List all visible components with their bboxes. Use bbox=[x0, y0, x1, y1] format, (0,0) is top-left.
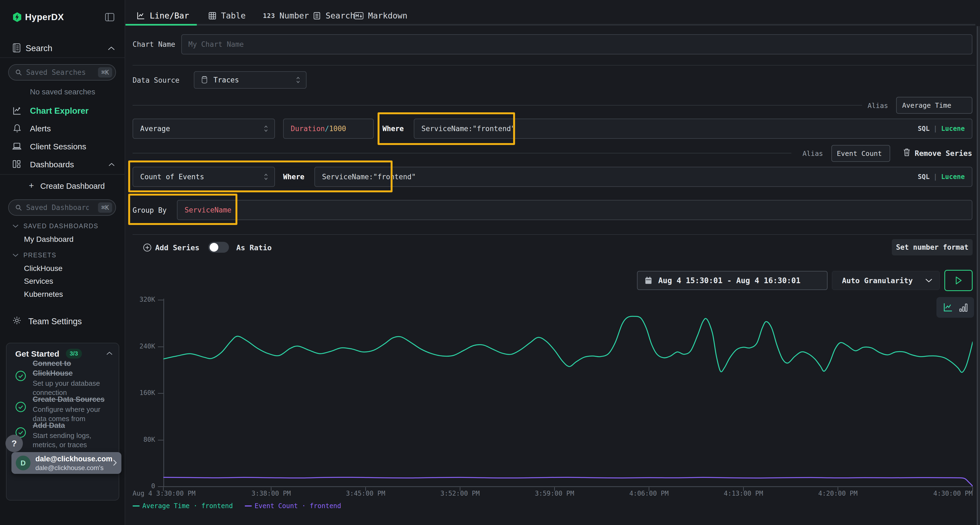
tab-search[interactable]: Search bbox=[312, 11, 355, 21]
series1-alias-input[interactable]: Average Time bbox=[896, 97, 972, 114]
sidebar-item-team-settings[interactable]: Team Settings bbox=[28, 317, 82, 327]
lucene-mode-button[interactable]: Lucene bbox=[941, 173, 965, 181]
series1-field-input[interactable]: Duration/1000 bbox=[283, 119, 374, 139]
series1-aggregation-value: Average bbox=[140, 125, 170, 133]
sidebar-item-my-dashboard[interactable]: My Dashboard bbox=[24, 235, 73, 244]
play-icon bbox=[955, 276, 963, 285]
search-section-icon bbox=[12, 43, 21, 53]
check-circle-icon bbox=[15, 401, 27, 413]
series2-aggregation-value: Count of Events bbox=[140, 173, 204, 181]
series1-alias-value: Average Time bbox=[902, 102, 951, 109]
legend-dash-icon bbox=[132, 505, 140, 506]
sidebar-item-client-sessions[interactable]: Client Sessions bbox=[30, 142, 86, 151]
sql-mode-button[interactable]: SQL bbox=[918, 173, 929, 181]
tab-markdown[interactable]: Markdown bbox=[354, 11, 407, 21]
get-started-card: Get Started 3/3 Connect to ClickHouse Se… bbox=[6, 343, 119, 501]
series2-alias-input[interactable]: Event Count bbox=[831, 145, 890, 162]
sidebar-section-search[interactable]: Search bbox=[25, 43, 52, 53]
saved-dashboards-field[interactable] bbox=[26, 203, 89, 212]
search-icon bbox=[15, 204, 22, 211]
group-by-label: Group By bbox=[132, 206, 167, 214]
tab-line-bar[interactable]: Line/Bar bbox=[136, 11, 189, 21]
sidebar-item-dashboards[interactable]: Dashboards bbox=[30, 160, 74, 169]
list-document-icon bbox=[312, 11, 321, 20]
data-source-select[interactable]: Traces bbox=[194, 71, 307, 89]
sidebar-item-alerts[interactable]: Alerts bbox=[30, 124, 51, 133]
chart-name-input[interactable] bbox=[181, 34, 972, 54]
saved-searches-field[interactable] bbox=[26, 68, 89, 76]
lucene-mode-button[interactable]: Lucene bbox=[941, 125, 965, 132]
section-saved-dashboards[interactable]: SAVED DASHBOARDS bbox=[24, 222, 99, 230]
chart-legend: Average Time · frontendEvent Count · fro… bbox=[132, 502, 341, 510]
sidebar-item-create-dashboard[interactable]: Create Dashboard bbox=[40, 182, 105, 191]
user-email: dale@clickhouse.com bbox=[35, 455, 113, 463]
select-chevrons-icon bbox=[264, 125, 269, 133]
where-label: Where bbox=[382, 125, 404, 133]
search-icon bbox=[15, 68, 22, 76]
sidebar: HyperDX Search ⌘K No saved searches Char… bbox=[0, 0, 125, 525]
average-time-line bbox=[163, 316, 973, 373]
line-chart-icon bbox=[136, 11, 145, 21]
trash-icon bbox=[903, 148, 911, 157]
time-range-value: Aug 4 15:30:01 - Aug 4 16:30:01 bbox=[658, 276, 800, 285]
sidebar-divider bbox=[0, 174, 125, 174]
series2-aggregation-select[interactable]: Count of Events bbox=[132, 167, 275, 187]
data-source-value: Traces bbox=[213, 76, 239, 84]
sidebar-item-chart-explorer[interactable]: Chart Explorer bbox=[30, 106, 89, 116]
tab-number[interactable]: 123 Number bbox=[263, 11, 309, 21]
legend-item: Event Count · frontend bbox=[245, 502, 341, 510]
shortcut-badge: ⌘K bbox=[98, 202, 112, 213]
get-started-item-title: Add Data bbox=[33, 420, 117, 430]
series1-where-input[interactable]: ServiceName:"frontend" SQL | Lucene bbox=[414, 119, 972, 139]
get-started-progress-badge: 3/3 bbox=[66, 349, 82, 358]
set-number-format-button[interactable]: Set number format bbox=[892, 239, 973, 255]
saved-searches-input[interactable]: ⌘K bbox=[8, 64, 116, 81]
markdown-icon bbox=[354, 12, 364, 20]
event-count-line bbox=[163, 477, 973, 486]
tab-label: Number bbox=[280, 11, 309, 21]
tab-label: Line/Bar bbox=[150, 11, 189, 21]
legend-item: Average Time · frontend bbox=[132, 502, 233, 510]
add-series-button[interactable]: Add Series bbox=[155, 243, 200, 252]
brand-title: HyperDX bbox=[25, 12, 64, 22]
table-icon bbox=[208, 11, 217, 20]
as-ratio-toggle[interactable] bbox=[208, 242, 229, 253]
scrollbar-thumb[interactable] bbox=[977, 26, 978, 525]
chevron-up-icon[interactable] bbox=[108, 163, 115, 167]
chart-name-label: Chart Name bbox=[132, 40, 175, 48]
laptop-icon bbox=[12, 142, 22, 151]
sql-mode-button[interactable]: SQL bbox=[918, 125, 929, 132]
app-window: HyperDX Search ⌘K No saved searches Char… bbox=[0, 0, 980, 525]
get-started-item-title: Connect to ClickHouse bbox=[33, 358, 111, 378]
saved-dashboards-input[interactable]: ⌘K bbox=[8, 199, 116, 216]
legend-label: Average Time · frontend bbox=[142, 502, 233, 510]
series-divider bbox=[132, 153, 791, 154]
chart-canvas[interactable] bbox=[163, 284, 973, 491]
chevron-down-icon[interactable] bbox=[13, 224, 19, 228]
sidebar-item-kubernetes[interactable]: Kubernetes bbox=[24, 290, 63, 299]
user-account-chip[interactable]: D dale@clickhouse.com dale@clickhouse.co… bbox=[11, 452, 121, 474]
sidebar-item-services[interactable]: Services bbox=[24, 277, 53, 285]
field-token-duration: Duration bbox=[291, 125, 325, 133]
series2-where-input[interactable]: ServiceName:"frontend" SQL | Lucene bbox=[314, 167, 972, 187]
group-by-input[interactable]: ServiceName bbox=[177, 200, 972, 220]
y-tick bbox=[158, 440, 163, 440]
series-divider bbox=[132, 105, 862, 106]
section-presets[interactable]: PRESETS bbox=[24, 252, 56, 259]
gear-icon bbox=[12, 316, 22, 325]
tabbar-underline bbox=[125, 24, 975, 25]
bell-icon bbox=[13, 124, 22, 133]
section-divider bbox=[132, 234, 975, 235]
remove-series-button[interactable]: Remove Series bbox=[915, 149, 972, 157]
chevron-down-icon bbox=[925, 278, 932, 282]
sidebar-item-clickhouse[interactable]: ClickHouse bbox=[24, 264, 63, 273]
chevron-up-icon[interactable] bbox=[108, 46, 115, 51]
scrollbar-track[interactable] bbox=[977, 26, 980, 525]
chevron-up-icon[interactable] bbox=[106, 351, 113, 355]
chevron-down-icon[interactable] bbox=[13, 253, 19, 257]
help-button[interactable]: ? bbox=[5, 435, 23, 452]
series1-aggregation-select[interactable]: Average bbox=[132, 119, 275, 139]
collapse-sidebar-button[interactable] bbox=[105, 13, 115, 22]
tab-table[interactable]: Table bbox=[208, 11, 245, 21]
tab-label: Markdown bbox=[368, 11, 407, 21]
